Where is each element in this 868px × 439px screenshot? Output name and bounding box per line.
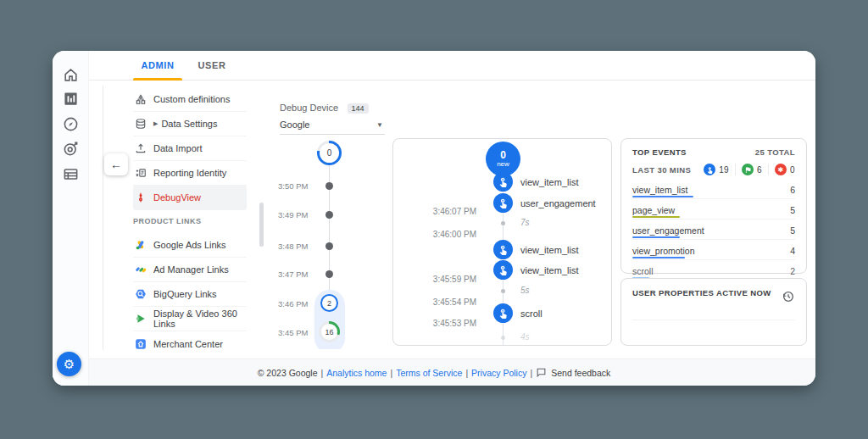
tick-time: 3:50 PM [278, 181, 314, 191]
gap-duration: 4s [520, 332, 530, 342]
top-event-name: view_item_list [632, 185, 687, 195]
new-events-badge[interactable]: 0 new [486, 142, 520, 176]
google-ads-icon [135, 239, 147, 251]
event-name[interactable]: scroll [520, 308, 542, 319]
top-event-count: 2 [790, 266, 795, 276]
chevron-down-icon: ▼ [376, 121, 383, 129]
event-stream-panel: 0 new view_item_list user_engagement 3:4… [392, 138, 612, 346]
tree-line [103, 86, 103, 350]
timeline-top-count: 0 [320, 143, 339, 163]
send-feedback-button[interactable]: Send feedback [536, 367, 610, 378]
event-name[interactable]: view_item_list [520, 177, 578, 187]
errors-counter: ✱ 0 [768, 164, 795, 175]
nav-rail: ⚙ [53, 51, 89, 386]
back-button[interactable]: ← [104, 153, 128, 175]
conversions-counter: 6 [735, 164, 768, 175]
feedback-bubble-icon [536, 367, 547, 378]
copyright: © 2023 Google [258, 368, 318, 378]
library-icon[interactable] [63, 166, 79, 182]
event-icon-bubble[interactable] [493, 172, 513, 192]
menu-item-label: Data Settings [161, 119, 217, 129]
touch-icon [498, 244, 509, 255]
event-icon-bubble[interactable] [493, 240, 513, 259]
footer-link-terms[interactable]: Terms of Service [396, 368, 462, 378]
home-icon[interactable] [63, 67, 79, 83]
main-window: ⚙ ADMIN USER ← Custom definitions ▶ Data… [53, 51, 815, 386]
new-events-label: new [497, 161, 509, 168]
bigquery-icon [135, 288, 147, 300]
tab-admin[interactable]: ADMIN [133, 51, 182, 81]
menu-item-data-settings[interactable]: ▶ Data Settings [133, 112, 247, 136]
event-icon-bubble[interactable] [493, 260, 513, 280]
gap-duration: 7s [520, 218, 530, 227]
debug-device-selector: Debug Device 144 Google ▼ [280, 99, 385, 135]
advertising-icon[interactable] [63, 141, 79, 157]
tick-count: 16 [319, 321, 340, 342]
tab-user[interactable]: USER [195, 51, 229, 81]
tick-count: 2 [320, 294, 338, 312]
data-settings-icon [135, 118, 147, 130]
tick-time: 3:47 PM [278, 270, 314, 279]
data-import-icon [135, 142, 147, 154]
top-event-count: 5 [790, 205, 795, 215]
gap-dot [501, 289, 505, 293]
top-event-row[interactable]: user_engagement 5 [632, 221, 795, 240]
events-count-icon [704, 164, 715, 175]
event-name[interactable]: user_engagement [520, 198, 596, 208]
menu-item-display-video-360-links[interactable]: Display & Video 360 Links [133, 307, 247, 331]
top-event-row[interactable]: view_item_list 6 [632, 181, 795, 199]
merchant-center-icon [135, 338, 147, 350]
footer-link-privacy[interactable]: Privacy Policy [471, 368, 526, 378]
menu-item-debugview[interactable]: DebugView [133, 186, 247, 210]
timeline-top-circle[interactable]: 0 [317, 141, 342, 165]
top-event-name: user_engagement [632, 225, 704, 236]
event-icon-bubble[interactable] [493, 303, 513, 323]
top-event-row[interactable]: page_view 5 [632, 201, 795, 220]
event-icon-bubble[interactable] [493, 193, 513, 213]
ad-manager-icon [135, 264, 147, 275]
reports-icon[interactable] [63, 91, 79, 107]
separator: | [530, 368, 532, 378]
event-name[interactable]: view_item_list [520, 245, 578, 255]
event-time: 3:45:54 PM [424, 297, 476, 307]
menu-item-label: DebugView [153, 192, 201, 203]
footer: © 2023 Google | Analytics home | Terms o… [53, 358, 815, 386]
tick-dot [326, 242, 333, 250]
touch-icon [498, 308, 509, 319]
top-event-name: page_view [632, 205, 675, 215]
tick-time: 3:49 PM [278, 210, 314, 220]
menu-item-merchant-center[interactable]: Merchant Center [133, 331, 247, 356]
footer-link-analytics-home[interactable]: Analytics home [326, 368, 387, 378]
tick-time: 3:45 PM [278, 328, 314, 337]
event-time: 3:46:00 PM [424, 230, 476, 239]
debug-device-label: Debug Device [280, 103, 338, 113]
top-events-window: LAST 30 MINS [632, 165, 691, 175]
gear-icon: ⚙ [64, 357, 75, 372]
touch-icon [498, 264, 509, 275]
admin-gear-button[interactable]: ⚙ [57, 352, 81, 376]
menu-scrollbar[interactable] [259, 203, 264, 247]
event-time: 3:45:53 PM [424, 319, 476, 328]
tick-dot [326, 211, 333, 219]
menu-item-google-ads-links[interactable]: Google Ads Links [133, 233, 247, 258]
history-clock-icon[interactable] [782, 290, 795, 303]
top-events-panel: TOP EVENTS 25 TOTAL LAST 30 MINS 19 6 ✱ … [620, 138, 807, 274]
menu-item-custom-definitions[interactable]: Custom definitions [133, 87, 247, 112]
menu-item-label: Ad Manager Links [153, 264, 229, 275]
explore-icon[interactable] [63, 116, 79, 132]
menu-item-data-import[interactable]: Data Import [133, 136, 247, 161]
menu-item-reporting-identity[interactable]: Reporting Identity [133, 161, 247, 186]
menu-item-bigquery-links[interactable]: BigQuery Links [133, 282, 247, 307]
gap-dot [501, 221, 505, 225]
device-select-value: Google [280, 119, 309, 130]
top-event-row[interactable]: view_promotion 4 [632, 242, 795, 260]
top-events-total: 25 TOTAL [755, 147, 795, 157]
menu-item-ad-manager-links[interactable]: Ad Manager Links [133, 258, 247, 282]
device-count-badge: 144 [348, 103, 369, 114]
device-select[interactable]: Google ▼ [280, 119, 385, 135]
tick-time: 3:46 PM [278, 299, 314, 308]
top-events-title: TOP EVENTS [632, 147, 687, 157]
event-name[interactable]: view_item_list [520, 265, 578, 275]
divider [632, 320, 795, 320]
menu-item-label: Reporting Identity [153, 168, 226, 178]
